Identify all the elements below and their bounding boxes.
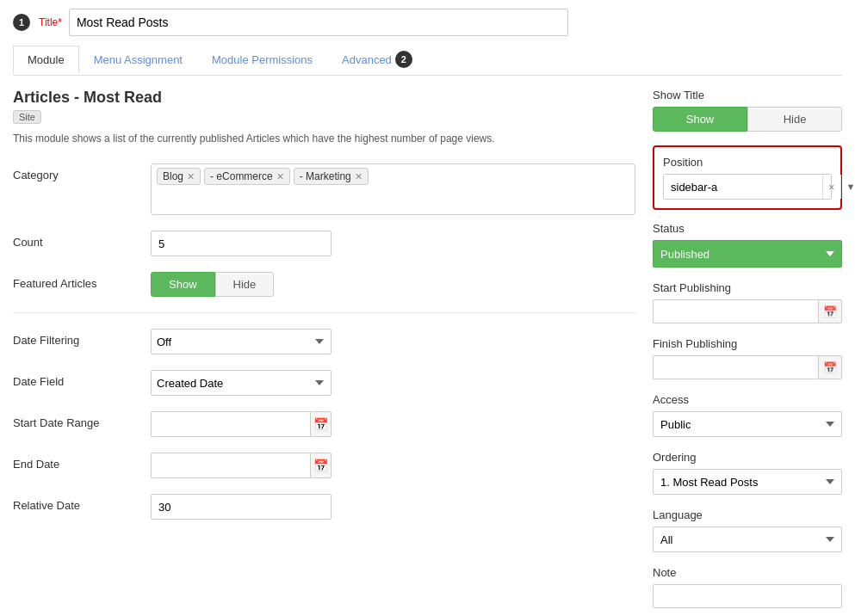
- ordering-label: Ordering: [653, 451, 842, 464]
- tabs-bar: Module Menu Assignment Module Permission…: [13, 43, 842, 76]
- language-select[interactable]: All: [653, 527, 842, 552]
- date-field-row: Date Field Created Date Modified Date Pu…: [13, 370, 635, 396]
- access-select[interactable]: Public Guest Registered Special Super Us…: [653, 411, 842, 437]
- tab-menu-assignment[interactable]: Menu Assignment: [79, 46, 197, 73]
- count-input[interactable]: [151, 231, 331, 256]
- start-date-label: Start Date Range: [13, 411, 151, 429]
- tag-blog[interactable]: Blog ✕: [157, 168, 201, 185]
- end-date-row: End Date 📅: [13, 453, 635, 478]
- position-input[interactable]: [664, 175, 822, 199]
- access-section: Access Public Guest Registered Special S…: [653, 393, 842, 437]
- module-description: This module shows a list of the currentl…: [13, 131, 635, 146]
- status-section: Status Published Unpublished Trashed: [653, 222, 842, 268]
- show-title-hide-btn[interactable]: Hide: [747, 107, 842, 132]
- count-row: Count: [13, 231, 635, 256]
- featured-articles-row: Featured Articles Show Hide: [13, 272, 635, 297]
- finish-publishing-section: Finish Publishing 📅: [653, 337, 842, 379]
- date-field-select[interactable]: Created Date Modified Date Published Dat…: [151, 370, 331, 396]
- title-label: Title*: [39, 16, 62, 28]
- start-publishing-calendar-btn[interactable]: 📅: [818, 299, 842, 323]
- tab-module-permissions[interactable]: Module Permissions: [197, 46, 327, 73]
- start-date-row: Start Date Range 📅: [13, 411, 635, 437]
- start-publishing-label: Start Publishing: [653, 281, 842, 294]
- position-clear-icon[interactable]: ×: [822, 175, 840, 199]
- tag-marketing-remove[interactable]: ✕: [355, 171, 362, 182]
- start-publishing-section: Start Publishing 📅: [653, 281, 842, 323]
- status-select[interactable]: Published Unpublished Trashed: [653, 240, 842, 268]
- language-label: Language: [653, 508, 842, 521]
- date-filtering-row: Date Filtering Off Date Range Relative D…: [13, 329, 635, 354]
- tag-ecommerce[interactable]: - eCommerce ✕: [204, 168, 290, 185]
- show-title-show-btn[interactable]: Show: [653, 107, 747, 132]
- featured-articles-label: Featured Articles: [13, 272, 151, 290]
- note-input[interactable]: [653, 584, 842, 608]
- tab-module[interactable]: Module: [13, 46, 79, 73]
- status-label: Status: [653, 222, 842, 235]
- show-title-section: Show Title Show Hide: [653, 89, 842, 132]
- relative-date-label: Relative Date: [13, 494, 151, 512]
- featured-hide-btn[interactable]: Hide: [215, 272, 275, 297]
- tab-advanced[interactable]: Advanced 2: [327, 43, 429, 75]
- tag-marketing[interactable]: - Marketing ✕: [294, 168, 369, 185]
- step2-badge: 2: [395, 51, 412, 68]
- position-dropdown-icon[interactable]: ▼: [840, 175, 855, 199]
- position-section: Position × ▼: [653, 145, 842, 210]
- access-label: Access: [653, 393, 842, 406]
- start-date-wrap: 📅: [151, 411, 331, 437]
- relative-date-row: Relative Date: [13, 494, 635, 520]
- start-publishing-wrap: 📅: [653, 299, 842, 323]
- category-tag-container[interactable]: Blog ✕ - eCommerce ✕ - Marketing ✕: [151, 163, 635, 215]
- date-filtering-select[interactable]: Off Date Range Relative Date: [151, 329, 331, 354]
- language-section: Language All: [653, 508, 842, 552]
- tag-blog-remove[interactable]: ✕: [187, 171, 195, 182]
- category-label: Category: [13, 163, 151, 182]
- tag-ecommerce-remove[interactable]: ✕: [276, 171, 284, 182]
- relative-date-input[interactable]: [151, 494, 331, 520]
- end-date-label: End Date: [13, 453, 151, 471]
- module-heading: Articles - Most Read: [13, 89, 635, 107]
- title-input[interactable]: [69, 9, 568, 36]
- show-title-toggle: Show Hide: [653, 107, 842, 132]
- ordering-select[interactable]: 1. Most Read Posts: [653, 469, 842, 495]
- start-date-calendar-btn[interactable]: 📅: [310, 411, 331, 437]
- show-title-label: Show Title: [653, 89, 842, 102]
- category-row: Category Blog ✕ - eCommerce ✕ - Marketin…: [13, 163, 635, 215]
- start-publishing-input[interactable]: [653, 299, 818, 323]
- end-date-input[interactable]: [151, 453, 310, 478]
- featured-toggle-group: Show Hide: [151, 272, 635, 297]
- site-badge: Site: [13, 110, 41, 124]
- position-select-wrap[interactable]: × ▼: [663, 174, 832, 200]
- start-date-input[interactable]: [151, 411, 310, 437]
- position-label: Position: [663, 156, 832, 169]
- finish-publishing-input[interactable]: [653, 355, 818, 379]
- note-label: Note: [653, 566, 842, 579]
- ordering-section: Ordering 1. Most Read Posts: [653, 451, 842, 495]
- date-field-label: Date Field: [13, 370, 151, 388]
- count-label: Count: [13, 231, 151, 249]
- finish-publishing-wrap: 📅: [653, 355, 842, 379]
- finish-publishing-calendar-btn[interactable]: 📅: [818, 355, 842, 379]
- note-section: Note: [653, 566, 842, 608]
- end-date-wrap: 📅: [151, 453, 331, 478]
- step1-badge: 1: [13, 14, 30, 31]
- end-date-calendar-btn[interactable]: 📅: [310, 453, 331, 478]
- date-filtering-label: Date Filtering: [13, 329, 151, 347]
- finish-publishing-label: Finish Publishing: [653, 337, 842, 350]
- featured-show-btn[interactable]: Show: [151, 272, 215, 297]
